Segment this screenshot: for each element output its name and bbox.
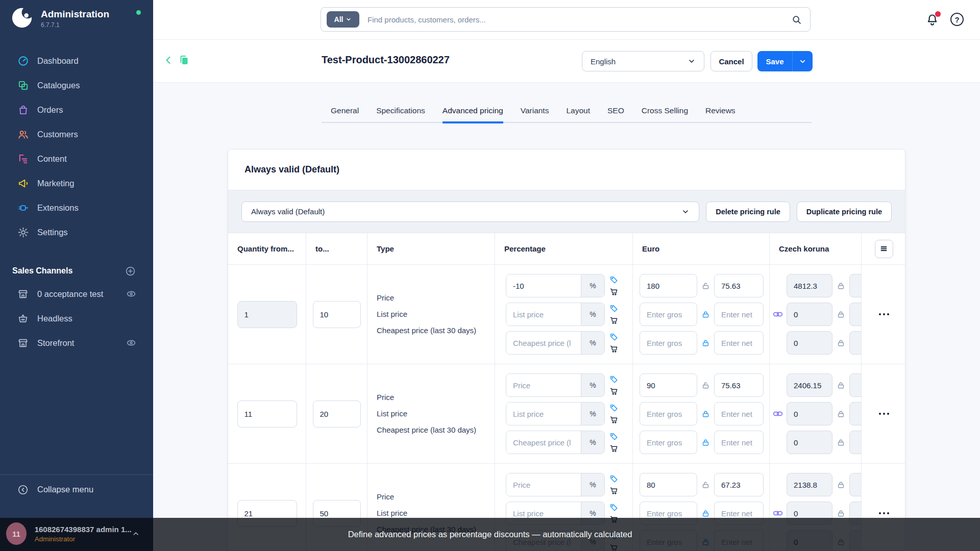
sidebar-item-dashboard[interactable]: Dashboard: [0, 48, 153, 73]
euro-net-input[interactable]: [714, 373, 764, 397]
lock-icon[interactable]: [837, 381, 845, 390]
search-icon[interactable]: [791, 14, 802, 25]
sidebar-item-extensions[interactable]: Extensions: [0, 195, 153, 220]
duplicate-product-button[interactable]: [178, 54, 190, 66]
delete-pricing-rule-button[interactable]: Delete pricing rule: [706, 202, 790, 222]
percent-price-input[interactable]: [506, 274, 581, 297]
lock-icon[interactable]: [701, 509, 710, 518]
save-button[interactable]: Save: [757, 51, 792, 71]
cart-icon[interactable]: [609, 415, 619, 424]
sidebar-item-customers[interactable]: Customers: [0, 122, 153, 146]
percent-cheapest-price-input[interactable]: [506, 332, 581, 354]
row-context-menu-button[interactable]: [879, 413, 889, 415]
tag-icon[interactable]: [609, 333, 619, 342]
tag-icon[interactable]: [609, 304, 619, 313]
tag-icon[interactable]: [609, 404, 619, 413]
cart-icon[interactable]: [609, 344, 619, 354]
euro-net-input[interactable]: [714, 402, 764, 425]
tab-cross-selling[interactable]: Cross Selling: [642, 102, 688, 122]
euro-gross-input[interactable]: [640, 303, 697, 326]
sidebar-item-catalogues[interactable]: Catalogues: [0, 73, 153, 97]
tab-general[interactable]: General: [331, 102, 359, 122]
euro-net-input[interactable]: [714, 331, 764, 355]
notifications-button[interactable]: [925, 13, 939, 27]
euro-net-input[interactable]: [714, 431, 764, 454]
sidebar-item-settings[interactable]: Settings: [0, 220, 153, 244]
tab-reviews[interactable]: Reviews: [705, 102, 736, 122]
collapse-menu-button[interactable]: Collapse menu: [0, 474, 153, 504]
global-search[interactable]: All: [321, 7, 811, 32]
lock-icon[interactable]: [701, 339, 710, 347]
cart-icon[interactable]: [609, 316, 619, 325]
euro-net-input[interactable]: [714, 303, 764, 326]
row-context-menu-button[interactable]: [879, 313, 889, 315]
percent-cheapest-price-input[interactable]: [506, 431, 581, 454]
euro-gross-input[interactable]: [640, 473, 697, 496]
unlock-icon[interactable]: [701, 481, 710, 489]
tab-layout[interactable]: Layout: [566, 102, 590, 122]
lock-icon[interactable]: [701, 310, 710, 319]
percent-price-input[interactable]: [506, 473, 581, 496]
euro-gross-input[interactable]: [640, 431, 697, 454]
tab-specifications[interactable]: Specifications: [376, 102, 425, 122]
quantity-from-input[interactable]: [237, 301, 297, 328]
quantity-to-input[interactable]: [313, 400, 361, 428]
euro-gross-input[interactable]: [640, 402, 697, 425]
cancel-button[interactable]: Cancel: [710, 51, 752, 71]
percent-price-input[interactable]: [506, 374, 581, 396]
search-scope-dropdown[interactable]: All: [327, 11, 359, 28]
lock-icon[interactable]: [837, 339, 845, 347]
lock-icon[interactable]: [837, 481, 845, 489]
unlock-icon[interactable]: [701, 381, 710, 390]
lock-icon[interactable]: [837, 310, 845, 319]
lock-icon[interactable]: [837, 438, 845, 447]
euro-net-input[interactable]: [714, 473, 764, 496]
sidebar-item-marketing[interactable]: Marketing: [0, 171, 153, 195]
save-options-button[interactable]: [792, 51, 813, 71]
percent-list-price-input[interactable]: [506, 403, 581, 425]
row-context-menu-button[interactable]: [879, 512, 889, 514]
tag-icon[interactable]: [609, 375, 619, 384]
tag-icon[interactable]: [609, 503, 619, 512]
euro-gross-input[interactable]: [640, 373, 697, 397]
pricing-rule-select[interactable]: Always valid (Default): [241, 202, 699, 222]
tag-icon[interactable]: [609, 276, 619, 285]
add-sales-channel-icon[interactable]: [125, 266, 136, 277]
lock-icon[interactable]: [837, 410, 845, 418]
duplicate-pricing-rule-button[interactable]: Duplicate pricing rule: [797, 202, 892, 222]
unlock-icon[interactable]: [701, 282, 710, 290]
tag-icon[interactable]: [609, 474, 619, 484]
lock-icon[interactable]: [701, 438, 710, 447]
back-button[interactable]: [162, 54, 175, 66]
tab-advanced-pricing[interactable]: Advanced pricing: [443, 102, 503, 123]
cart-icon[interactable]: [609, 387, 619, 396]
sidebar-item-content[interactable]: Content: [0, 146, 153, 171]
cart-icon[interactable]: [609, 444, 619, 453]
lock-icon[interactable]: [837, 509, 845, 518]
product-tabs: General Specifications Advanced pricing …: [322, 102, 812, 123]
euro-gross-input[interactable]: [640, 331, 697, 355]
cart-icon[interactable]: [609, 287, 619, 296]
quantity-from-input[interactable]: [237, 400, 297, 428]
table-settings-button[interactable]: [875, 240, 893, 258]
percent-list-price-input[interactable]: [506, 303, 581, 325]
quantity-to-input[interactable]: [313, 301, 361, 328]
tab-seo[interactable]: SEO: [607, 102, 624, 122]
visibility-eye-icon[interactable]: [126, 288, 137, 299]
sidebar-item-channel-headless[interactable]: Headless: [0, 306, 153, 331]
tag-icon[interactable]: [609, 432, 619, 441]
sidebar-item-channel-acceptance-test[interactable]: 0 acceptance test: [0, 282, 153, 306]
lock-icon[interactable]: [701, 410, 710, 418]
tab-variants[interactable]: Variants: [521, 102, 549, 122]
search-input[interactable]: [359, 15, 791, 24]
help-button[interactable]: ?: [950, 13, 964, 26]
euro-net-input[interactable]: [714, 274, 764, 297]
user-menu[interactable]: 11 16082674398837 admin 1... Administrat…: [0, 516, 153, 551]
lock-icon[interactable]: [837, 282, 845, 290]
language-select[interactable]: English: [582, 51, 704, 71]
cart-icon[interactable]: [609, 486, 619, 495]
euro-gross-input[interactable]: [640, 274, 697, 297]
visibility-eye-icon[interactable]: [126, 337, 137, 348]
sidebar-item-channel-storefront[interactable]: Storefront: [0, 331, 153, 355]
sidebar-item-orders[interactable]: Orders: [0, 97, 153, 122]
